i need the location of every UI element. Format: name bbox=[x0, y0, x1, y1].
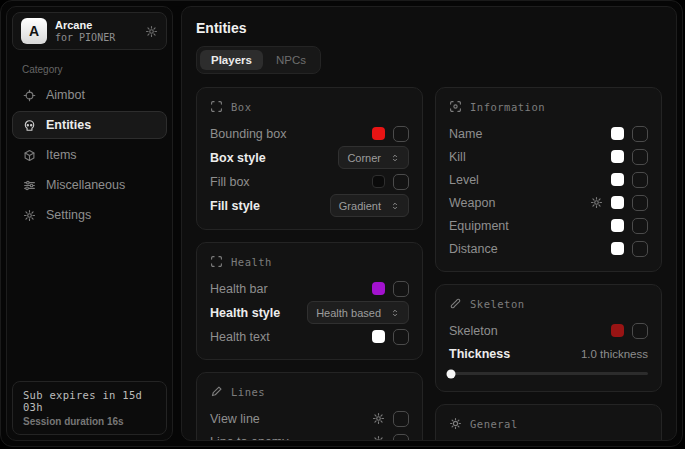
checkbox-equipment[interactable] bbox=[632, 218, 648, 234]
sidebar-item-miscellaneous[interactable]: Miscellaneous bbox=[12, 171, 167, 199]
dropdown-value: Gradient bbox=[339, 200, 381, 212]
color-swatch[interactable] bbox=[611, 324, 624, 337]
crosshair-icon bbox=[22, 89, 36, 102]
session-duration-text: Session duration 16s bbox=[23, 416, 156, 427]
app-title: Arcane bbox=[55, 19, 115, 32]
unfold-icon bbox=[390, 201, 400, 211]
setting-label: Health style bbox=[210, 306, 280, 320]
sidebar-item-label: Miscellaneous bbox=[46, 178, 125, 192]
cube-icon bbox=[22, 149, 36, 162]
setting-label: Kill bbox=[449, 150, 466, 164]
setting-label: Equipment bbox=[449, 219, 509, 233]
setting-row: Level bbox=[449, 169, 648, 190]
dropdown-health-style[interactable]: Health based bbox=[307, 301, 409, 324]
setting-row: Visibility check bbox=[449, 440, 648, 441]
setting-label: Fill box bbox=[210, 175, 250, 189]
checkbox-health-bar[interactable] bbox=[393, 281, 409, 297]
setting-label: Fill style bbox=[210, 199, 260, 213]
setting-label: Health text bbox=[210, 330, 270, 344]
panel-header: Lines bbox=[210, 385, 409, 398]
panel-title: Box bbox=[231, 101, 251, 113]
setting-label: Thickness bbox=[449, 347, 510, 361]
setting-row: Distance bbox=[449, 238, 648, 259]
checkbox-view-line[interactable] bbox=[393, 411, 409, 427]
color-swatch[interactable] bbox=[611, 127, 624, 140]
gear-icon[interactable] bbox=[145, 25, 158, 38]
panel-box: BoxBounding boxBox styleCornerFill boxFi… bbox=[196, 87, 423, 230]
slider-thumb[interactable] bbox=[446, 369, 455, 378]
checkbox-skeleton[interactable] bbox=[632, 323, 648, 339]
checkbox-bounding-box[interactable] bbox=[393, 126, 409, 142]
entity-tabs: PlayersNPCs bbox=[196, 46, 321, 74]
setting-row: Fill box bbox=[210, 171, 409, 192]
frame-icon bbox=[210, 100, 223, 113]
pencil-icon bbox=[210, 385, 223, 398]
dropdown-fill-style[interactable]: Gradient bbox=[330, 194, 409, 217]
slider-thickness[interactable] bbox=[449, 372, 648, 375]
app-subtitle: for PIONER bbox=[55, 32, 115, 44]
panel-information: InformationNameKillLevelWeaponEquipmentD… bbox=[435, 87, 662, 272]
checkbox-name[interactable] bbox=[632, 126, 648, 142]
sidebar-item-entities[interactable]: Entities bbox=[12, 111, 167, 139]
dropdown-box-style[interactable]: Corner bbox=[338, 146, 409, 169]
setting-row: Thickness1.0 thickness bbox=[449, 343, 648, 364]
panel-header: Information bbox=[449, 100, 648, 113]
checkbox-weapon[interactable] bbox=[632, 195, 648, 211]
bone-icon bbox=[449, 297, 462, 310]
setting-row: Health bar bbox=[210, 278, 409, 299]
tab-players[interactable]: Players bbox=[200, 50, 263, 70]
dropdown-value: Corner bbox=[347, 152, 381, 164]
checkbox-fill-box[interactable] bbox=[393, 174, 409, 190]
panel-health: HealthHealth barHealth styleHealth based… bbox=[196, 242, 423, 360]
panel-header: Box bbox=[210, 100, 409, 113]
sun-icon bbox=[449, 417, 462, 430]
app-window: A Arcane for PIONER Category AimbotEntit… bbox=[0, 0, 683, 447]
setting-row: Name bbox=[449, 123, 648, 144]
setting-label: Line to enemy bbox=[210, 435, 289, 442]
color-swatch[interactable] bbox=[372, 175, 385, 188]
gear-icon[interactable] bbox=[372, 435, 385, 441]
setting-label: Distance bbox=[449, 242, 498, 256]
unfold-icon bbox=[390, 153, 400, 163]
gear-icon[interactable] bbox=[590, 196, 603, 209]
scan-icon bbox=[449, 100, 462, 113]
brand-header: A Arcane for PIONER bbox=[12, 12, 167, 50]
setting-value: 1.0 thickness bbox=[581, 348, 648, 360]
checkbox-distance[interactable] bbox=[632, 241, 648, 257]
panel-title: General bbox=[470, 418, 518, 430]
checkbox-kill[interactable] bbox=[632, 149, 648, 165]
color-swatch[interactable] bbox=[372, 282, 385, 295]
tab-npcs[interactable]: NPCs bbox=[265, 50, 317, 70]
gear-icon bbox=[22, 209, 36, 222]
sliders-icon bbox=[22, 179, 36, 192]
sidebar-item-label: Aimbot bbox=[46, 88, 85, 102]
color-swatch[interactable] bbox=[611, 196, 624, 209]
color-swatch[interactable] bbox=[611, 150, 624, 163]
sidebar: A Arcane for PIONER Category AimbotEntit… bbox=[6, 6, 173, 441]
main-content: Entities PlayersNPCs BoxBounding boxBox … bbox=[181, 6, 677, 441]
color-swatch[interactable] bbox=[611, 242, 624, 255]
setting-label: Level bbox=[449, 173, 479, 187]
checkbox-level[interactable] bbox=[632, 172, 648, 188]
panel-header: General bbox=[449, 417, 648, 430]
sidebar-item-aimbot[interactable]: Aimbot bbox=[12, 81, 167, 109]
panel-title: Lines bbox=[231, 386, 265, 398]
color-swatch[interactable] bbox=[372, 330, 385, 343]
checkbox-line-to-enemy[interactable] bbox=[393, 434, 409, 442]
color-swatch[interactable] bbox=[611, 219, 624, 232]
panel-header: Skeleton bbox=[449, 297, 648, 310]
page-title: Entities bbox=[196, 20, 662, 36]
sidebar-item-items[interactable]: Items bbox=[12, 141, 167, 169]
color-swatch[interactable] bbox=[611, 173, 624, 186]
sidebar-item-label: Settings bbox=[46, 208, 91, 222]
checkbox-health-text[interactable] bbox=[393, 329, 409, 345]
color-swatch[interactable] bbox=[372, 127, 385, 140]
sidebar-item-label: Items bbox=[46, 148, 77, 162]
setting-label: Health bar bbox=[210, 282, 268, 296]
setting-row: Bounding box bbox=[210, 123, 409, 144]
sidebar-item-settings[interactable]: Settings bbox=[12, 201, 167, 229]
setting-label: View line bbox=[210, 412, 260, 426]
gear-icon[interactable] bbox=[372, 412, 385, 425]
setting-label: Weapon bbox=[449, 196, 495, 210]
app-logo: A bbox=[21, 18, 47, 44]
